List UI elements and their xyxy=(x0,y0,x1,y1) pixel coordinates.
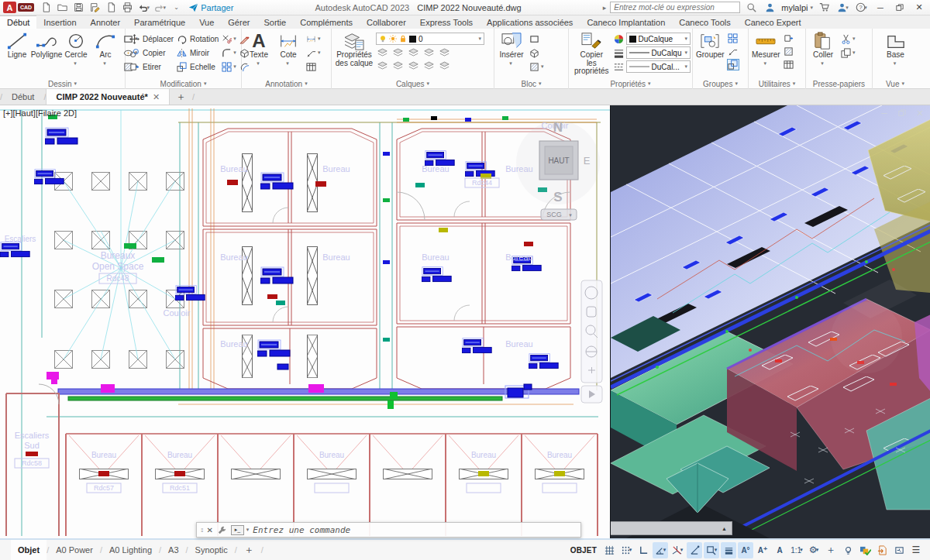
close-button[interactable]: ✕ xyxy=(911,2,927,14)
panel-label-proprietes[interactable]: Propriétés▾ xyxy=(569,78,692,89)
match-properties-button[interactable]: Copierles propriétés xyxy=(571,30,612,75)
panel-label-dessin[interactable]: Dessin▾ xyxy=(0,78,125,89)
restore-button[interactable] xyxy=(892,2,908,14)
group-button[interactable]: Grouper xyxy=(695,30,725,59)
plot-button[interactable] xyxy=(120,2,135,14)
measure-button[interactable]: Mesurer▾ xyxy=(751,30,781,67)
move-button[interactable]: Déplacer xyxy=(128,33,174,45)
viewport-2d[interactable]: [+][Haut][Filaire 2D] xyxy=(0,105,610,538)
infocenter-toggle-icon[interactable]: ▸ xyxy=(603,4,607,12)
layout-tab-a3[interactable]: A3 xyxy=(161,540,185,560)
ribbon-tab-complements[interactable]: Compléments xyxy=(293,15,360,29)
annotation-scale-button[interactable]: A xyxy=(772,542,787,558)
user-menu-arrow[interactable]: ▾ xyxy=(810,5,813,11)
panel-label-utilitaires[interactable]: Utilitaires▾ xyxy=(749,78,805,89)
command-line-palette[interactable]: ⁞⁞ ✕ ▸_ ▾ xyxy=(196,522,581,538)
file-tab-drawing[interactable]: CIMP 2022 Nouveauté*✕ xyxy=(46,89,170,105)
layer-freeze-button[interactable] xyxy=(407,46,419,58)
ribbon-tab-annoter[interactable]: Annoter xyxy=(84,15,128,29)
file-tab-close-icon[interactable]: ✕ xyxy=(153,92,160,102)
layer-unlock-button[interactable] xyxy=(407,60,419,71)
polyline-button[interactable]: Polyligne xyxy=(32,30,61,59)
panel-label-groupes[interactable]: Groupes▾ xyxy=(693,78,748,89)
table-button[interactable] xyxy=(305,60,321,73)
customization-menu-button[interactable]: ☰ xyxy=(908,542,924,558)
edit-block-button[interactable] xyxy=(528,46,544,59)
redo-button[interactable]: ▾ xyxy=(153,2,167,14)
viewport-close-button[interactable]: ✕ xyxy=(914,108,925,118)
user-icon[interactable] xyxy=(763,2,777,14)
autodesk-app-icon[interactable]: ▾ xyxy=(835,2,850,14)
viewport-controls-label[interactable]: [+][Haut][Filaire 2D] xyxy=(3,108,77,118)
share-button[interactable]: Partager xyxy=(188,2,233,12)
rotate-button[interactable]: Rotation xyxy=(175,33,219,45)
layer-thaw-button[interactable] xyxy=(391,60,404,71)
new-drawing-tab-button[interactable]: ＋ xyxy=(170,89,192,105)
snap-toggle[interactable]: ▾ xyxy=(618,542,634,558)
ribbon-tab-caneco-implantation[interactable]: Caneco Implantation xyxy=(580,15,672,29)
isolate-objects-button[interactable] xyxy=(840,542,856,558)
color-dropdown[interactable]: DuCalque▾ xyxy=(626,33,691,45)
layout-tab-synoptic[interactable]: Synoptic xyxy=(188,540,235,560)
base-view-button[interactable]: Base▾ xyxy=(881,30,911,67)
search-input[interactable] xyxy=(610,2,740,13)
undo-button[interactable]: ▾ xyxy=(136,2,151,14)
lineweight-dropdown[interactable]: DuCalqu▾ xyxy=(626,46,691,59)
plot-preview-button[interactable] xyxy=(104,2,119,14)
workspace-gear-icon[interactable]: ⚙▾ xyxy=(806,542,822,558)
graphics-performance-button[interactable] xyxy=(857,542,873,558)
ribbon-tab-gerer[interactable]: Gérer xyxy=(221,15,257,29)
create-block-button[interactable] xyxy=(528,33,544,45)
save-as-button[interactable] xyxy=(88,2,102,14)
dim-style-button[interactable]: ▾ xyxy=(305,33,321,45)
ribbon-tab-caneco-tools[interactable]: Caneco Tools xyxy=(672,15,737,29)
layout-tab-a0-power[interactable]: A0 Power xyxy=(49,540,100,560)
palette-grip[interactable]: ⁞⁞ xyxy=(201,527,202,534)
viewcube-south[interactable]: S xyxy=(553,190,562,204)
viewport-minimize-button[interactable]: ─ xyxy=(879,108,890,118)
qat-customize-button[interactable]: ⌄ xyxy=(169,2,184,14)
annotation-monitor-toggle[interactable]: ＋ xyxy=(823,542,839,558)
help-icon[interactable]: ▾ xyxy=(854,2,869,14)
group-edit-button[interactable] xyxy=(727,46,739,57)
stretch-button[interactable]: Etirer xyxy=(128,60,174,73)
annotation-visibility-toggle[interactable]: A° xyxy=(738,542,753,558)
recent-commands-arrow[interactable]: ▾ xyxy=(246,527,250,533)
ribbon-tab-insertion[interactable]: Insertion xyxy=(36,15,83,29)
mirror-button[interactable]: Miroir xyxy=(175,46,219,59)
paste-button[interactable]: Coller▾ xyxy=(808,30,838,67)
insert-block-button[interactable]: Insérer▾ xyxy=(497,30,526,67)
app-store-cart-icon[interactable] xyxy=(817,2,832,14)
minimize-button[interactable]: ─ xyxy=(873,2,888,14)
layer-walk-button[interactable] xyxy=(438,60,450,71)
navigation-bar[interactable] xyxy=(581,280,602,403)
calculator-button[interactable] xyxy=(783,59,795,70)
viewcube[interactable]: N HAUT E S SCG ▾ xyxy=(516,120,600,220)
viewcube-ucs-label[interactable]: SCG xyxy=(546,211,562,218)
save-button[interactable] xyxy=(71,2,86,14)
grid-toggle[interactable] xyxy=(601,542,617,558)
viewport-3d[interactable]: ─ ✕ xyxy=(610,105,930,538)
layer-isolate-button[interactable] xyxy=(391,46,404,58)
layer-lock-button[interactable] xyxy=(422,46,435,58)
autoscale-toggle[interactable]: A⁺ xyxy=(755,542,770,558)
isometric-drafting-toggle[interactable]: ▾ xyxy=(670,542,685,558)
lineweight-toggle[interactable] xyxy=(721,542,736,558)
quick-select-button[interactable] xyxy=(783,33,795,44)
ribbon-tab-parametrique[interactable]: Paramétrique xyxy=(127,15,192,29)
text-button[interactable]: ATexte▾ xyxy=(244,30,274,67)
ribbon-tab-sortie[interactable]: Sortie xyxy=(257,15,293,29)
viewcube-east[interactable]: E xyxy=(584,155,591,167)
viewcube-north[interactable]: N xyxy=(553,120,563,135)
layer-properties-button[interactable]: Propriétésdes calque xyxy=(334,30,374,67)
object-snap-tracking-toggle[interactable] xyxy=(687,542,702,558)
command-input[interactable] xyxy=(253,525,577,535)
ribbon-tab-express-tools[interactable]: Express Tools xyxy=(413,15,480,29)
block-attributes-button[interactable]: ▾ xyxy=(528,60,544,73)
ribbon-tab-applications[interactable]: Applications associées xyxy=(480,15,580,29)
point-style-button[interactable] xyxy=(783,46,795,57)
new-layout-button[interactable]: ＋ xyxy=(237,540,261,560)
linetype-dropdown[interactable]: DuCal...▾ xyxy=(626,60,691,73)
model-space-indicator[interactable]: OBJET xyxy=(567,546,600,555)
arc-button[interactable]: Arc▾ xyxy=(91,30,120,67)
